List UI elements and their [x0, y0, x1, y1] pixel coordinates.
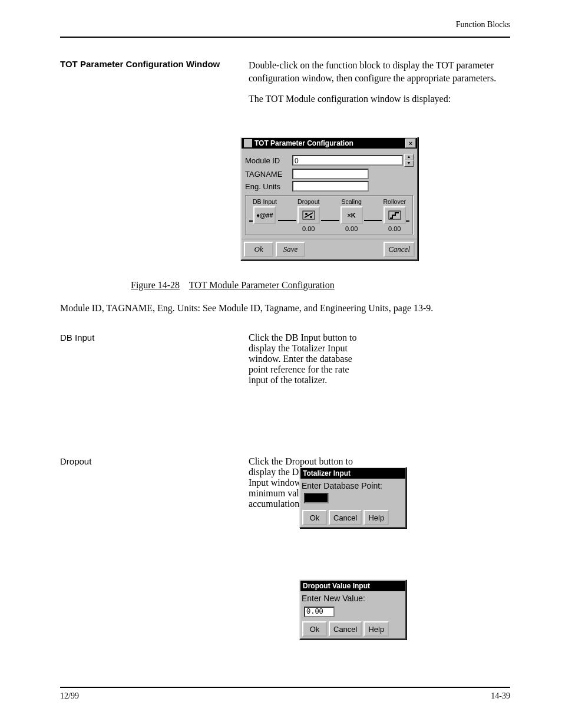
db-input-term: DB Input	[60, 332, 231, 342]
dropout-icon	[302, 210, 315, 220]
rollover-button[interactable]	[384, 206, 406, 224]
dialog-title: TOT Parameter Configuration	[254, 139, 353, 147]
ok-button[interactable]: Ok	[302, 621, 327, 637]
dialog-titlebar[interactable]: Dropout Value Input	[300, 581, 405, 591]
page-footer-right: 14-39	[491, 691, 510, 701]
save-button[interactable]: Save	[276, 242, 305, 257]
dialog-title: Totalizer Input	[303, 469, 351, 477]
totalizer-input-field[interactable]	[304, 493, 329, 503]
db-input-button[interactable]: ♦@##	[253, 206, 276, 224]
help-button[interactable]: Help	[363, 621, 389, 637]
module-id-label: Module ID	[245, 156, 292, 165]
dialog-titlebar[interactable]: TOT Parameter Configuration ×	[242, 138, 417, 149]
system-menu-icon[interactable]	[244, 139, 252, 147]
eng-units-input[interactable]	[292, 181, 369, 192]
stage-rollover-label: Rollover	[383, 198, 406, 205]
module-id-input[interactable]: 0	[292, 155, 403, 166]
tagname-input[interactable]	[292, 169, 369, 179]
totalizer-input-dialog: Totalizer Input Enter Database Point: Ok…	[299, 467, 406, 528]
scaling-button[interactable]: ×K	[340, 206, 363, 224]
tot-config-dialog: TOT Parameter Configuration × Module ID …	[240, 137, 418, 261]
page-header-right: Function Blocks	[456, 20, 510, 29]
cancel-button[interactable]: Cancel	[329, 621, 362, 637]
module-id-line: Module ID, TAGNAME, Eng. Units: See Modu…	[60, 302, 510, 315]
dialog-title: Dropout Value Input	[303, 582, 370, 590]
rollover-icon	[388, 210, 401, 220]
scaling-value: 0.00	[345, 225, 358, 232]
tagname-label: TAGNAME	[245, 170, 292, 179]
stage-dbinput-label: DB Input	[253, 198, 277, 205]
eng-units-label: Eng. Units	[245, 182, 292, 191]
db-input-definition: Click the DB Input button to display the…	[249, 332, 366, 386]
dropout-input-field[interactable]: 0.00	[304, 607, 335, 617]
stage-scaling-label: Scaling	[341, 198, 361, 205]
rollover-value: 0.00	[388, 225, 401, 232]
svg-point-3	[310, 216, 312, 218]
ok-button[interactable]: Ok	[302, 510, 327, 525]
svg-point-1	[305, 213, 308, 215]
help-button[interactable]: Help	[363, 510, 389, 525]
spin-up-icon[interactable]: ▴	[404, 154, 414, 160]
rule-bottom	[60, 687, 510, 688]
stage-dropout-label: Dropout	[297, 198, 319, 205]
dropout-prompt: Enter New Value:	[302, 594, 404, 603]
page-footer-left: 12/99	[60, 691, 79, 701]
totalizer-prompt: Enter Database Point:	[302, 481, 404, 490]
dialog-titlebar[interactable]: Totalizer Input	[300, 468, 405, 479]
section-heading: TOT Parameter Configuration Window	[60, 59, 231, 114]
spin-down-icon[interactable]: ▾	[404, 160, 414, 167]
intro-paragraph-2: The TOT Module configuration window is d…	[249, 93, 510, 106]
dropout-button[interactable]	[297, 206, 320, 224]
dropout-value-dialog: Dropout Value Input Enter New Value: 0.0…	[299, 579, 406, 640]
close-icon[interactable]: ×	[405, 139, 416, 148]
figure-caption: Figure 14-28 TOT Module Parameter Config…	[131, 279, 510, 292]
dropout-value: 0.00	[302, 225, 315, 232]
cancel-button[interactable]: Cancel	[329, 510, 362, 525]
cancel-button[interactable]: Cancel	[384, 242, 415, 257]
ok-button[interactable]: Ok	[244, 242, 273, 257]
dropout-term: Dropout	[60, 456, 231, 466]
rule-top	[60, 37, 510, 38]
intro-paragraph-1: Double-click on the function block to di…	[249, 59, 510, 84]
